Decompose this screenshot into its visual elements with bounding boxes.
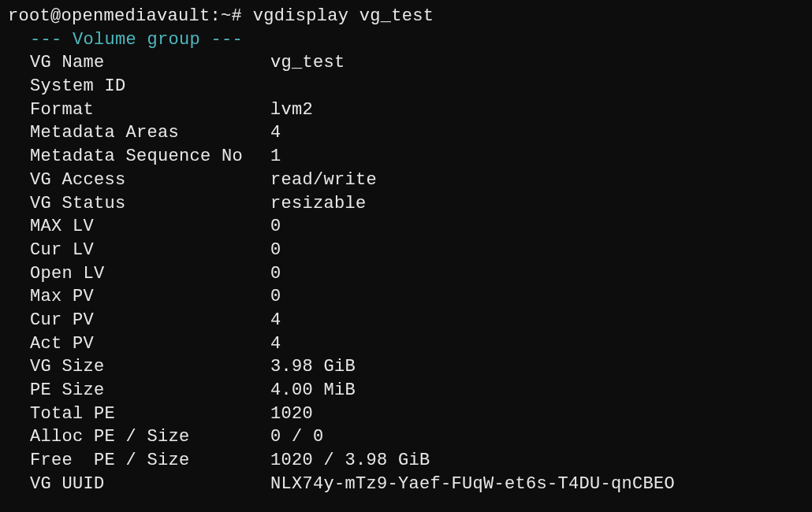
- kv-value: lvm2: [270, 98, 313, 122]
- kv-value: 1020: [270, 403, 313, 426]
- kv-row: Act PV4: [8, 332, 804, 356]
- kv-label: Act PV: [30, 332, 270, 356]
- prompt-command: vgdisplay vg_test: [253, 6, 434, 26]
- kv-value: 0: [270, 215, 281, 239]
- kv-row: Formatlvm2: [8, 98, 804, 122]
- kv-label: Cur PV: [30, 309, 270, 332]
- kv-row: Metadata Sequence No1: [8, 145, 804, 169]
- kv-label: VG Access: [30, 169, 270, 192]
- kv-label: Total PE: [30, 403, 270, 426]
- kv-value: 1: [270, 145, 281, 169]
- vg-output-block: VG Namevg_testSystem IDFormatlvm2Metadat…: [8, 51, 804, 495]
- kv-value: 0: [270, 285, 281, 309]
- kv-value: 0: [270, 262, 281, 286]
- kv-label: MAX LV: [30, 215, 270, 239]
- kv-value: read/write: [270, 169, 377, 192]
- kv-label: Max PV: [30, 285, 270, 309]
- vg-section-header: --- Volume group ---: [8, 28, 804, 52]
- kv-value: 4: [270, 332, 281, 356]
- kv-value: NLX74y-mTz9-Yaef-FUqW-et6s-T4DU-qnCBEO: [270, 473, 675, 496]
- kv-row: VG Statusresizable: [8, 192, 804, 216]
- kv-row: Open LV0: [8, 262, 804, 286]
- kv-row: System ID: [8, 75, 804, 98]
- kv-value: vg_test: [270, 51, 345, 75]
- kv-row: VG Accessread/write: [8, 169, 804, 192]
- shell-prompt-line[interactable]: root@openmediavault:~# vgdisplay vg_test: [8, 5, 804, 28]
- kv-value: 3.98 GiB: [270, 355, 356, 379]
- kv-value: 4.00 MiB: [270, 379, 356, 403]
- kv-label: System ID: [30, 75, 270, 98]
- kv-label: Alloc PE / Size: [30, 425, 270, 449]
- kv-label: VG Size: [30, 355, 270, 379]
- kv-row: Max PV0: [8, 285, 804, 309]
- prompt-path: ~: [221, 6, 232, 26]
- prompt-symbol: #: [232, 6, 243, 26]
- prompt-user: root: [8, 6, 50, 26]
- kv-row: Cur PV4: [8, 309, 804, 332]
- kv-value: 1020 / 3.98 GiB: [270, 449, 430, 473]
- kv-value: 0: [270, 239, 281, 262]
- kv-row: Free PE / Size1020 / 3.98 GiB: [8, 449, 804, 473]
- kv-label: Open LV: [30, 262, 270, 286]
- kv-label: Free PE / Size: [30, 449, 270, 473]
- kv-row: PE Size4.00 MiB: [8, 379, 804, 403]
- kv-label: VG Status: [30, 192, 270, 216]
- kv-row: Total PE1020: [8, 403, 804, 426]
- kv-row: VG Namevg_test: [8, 51, 804, 75]
- kv-row: Cur LV0: [8, 239, 804, 262]
- kv-row: Metadata Areas4: [8, 121, 804, 145]
- prompt-colon: :: [210, 6, 222, 26]
- kv-label: Format: [30, 98, 270, 122]
- kv-label: PE Size: [30, 379, 270, 403]
- kv-value: 4: [270, 121, 281, 145]
- prompt-at: @: [50, 6, 61, 26]
- prompt-host: openmediavault: [61, 6, 210, 26]
- kv-row: VG UUIDNLX74y-mTz9-Yaef-FUqW-et6s-T4DU-q…: [8, 473, 804, 496]
- kv-label: VG UUID: [30, 473, 270, 496]
- kv-value: 4: [270, 309, 281, 332]
- kv-label: VG Name: [30, 51, 270, 75]
- prompt-space: [242, 6, 253, 26]
- kv-row: VG Size3.98 GiB: [8, 355, 804, 379]
- kv-value: 0 / 0: [270, 425, 324, 449]
- kv-label: Cur LV: [30, 239, 270, 262]
- kv-row: Alloc PE / Size0 / 0: [8, 425, 804, 449]
- kv-value: resizable: [270, 192, 367, 216]
- kv-row: MAX LV0: [8, 215, 804, 239]
- kv-label: Metadata Areas: [30, 121, 270, 145]
- kv-label: Metadata Sequence No: [30, 145, 270, 169]
